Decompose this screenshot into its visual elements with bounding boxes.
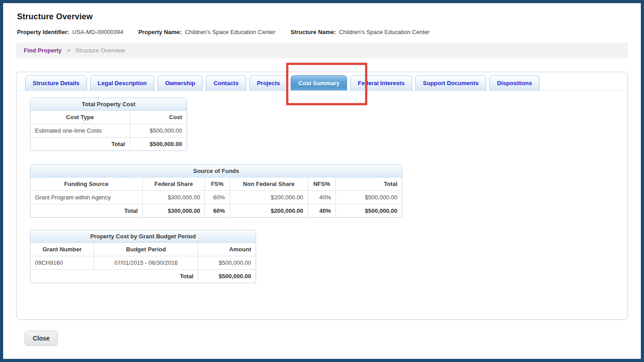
- table-total-row: Total $500,000.00: [30, 270, 256, 283]
- col-header-grant-number: Grant Number: [30, 243, 94, 256]
- col-header-nfs-percent: NFS%: [308, 177, 335, 191]
- col-header-cost-type: Cost Type: [30, 111, 130, 124]
- total-property-cost-table: Total Property Cost Cost Type Cost Estim…: [30, 98, 187, 151]
- col-header-non-federal-share: Non Federal Share: [230, 177, 308, 191]
- property-name-value: Children's Space Education Center: [185, 29, 275, 35]
- total-amount: $500,000.00: [198, 270, 256, 283]
- source-of-funds-table: Source of Funds Funding Source Federal S…: [30, 164, 402, 218]
- property-info-line: Property Identifier:USA-MD-00000394 Prop…: [17, 29, 627, 35]
- property-identifier: Property Identifier:USA-MD-00000394: [17, 29, 123, 35]
- property-identifier-label: Property Identifier:: [17, 29, 69, 35]
- breadcrumb: Find Property > Structure Overview: [16, 43, 628, 58]
- structure-name-label: Structure Name:: [291, 29, 336, 35]
- cell-cost: $500,000.00: [130, 124, 187, 138]
- table-row: 09CH9160 07/01/2015 - 06/30/2016 $500,00…: [30, 256, 256, 270]
- tab-panel: Structure Details Legal Description Owne…: [16, 72, 628, 320]
- tab-contacts[interactable]: Contacts: [206, 75, 246, 90]
- col-header-total: Total: [336, 177, 402, 191]
- app-window: Structure Overview Property Identifier:U…: [0, 0, 644, 362]
- cell-amount: $500,000.00: [198, 256, 256, 270]
- table-header-row: Grant Number Budget Period Amount: [30, 243, 256, 256]
- col-header-fs-percent: FS%: [205, 177, 230, 191]
- close-button[interactable]: Close: [25, 331, 58, 346]
- cell-federal-share: $300,000.00: [143, 191, 205, 204]
- property-cost-by-grant-budget-period-table: Property Cost by Grant Budget Period Gra…: [30, 230, 256, 283]
- page-title: Structure Overview: [17, 12, 628, 22]
- total-fs-percent: 60%: [205, 204, 230, 218]
- tab-legal-description[interactable]: Legal Description: [90, 75, 154, 90]
- total-cost-value: $500,000.00: [130, 138, 187, 151]
- tab-cost-summary-label: Cost Summary: [298, 80, 339, 86]
- total-total: $500,000.00: [336, 204, 402, 218]
- breadcrumb-current: Structure Overview: [75, 47, 125, 54]
- structure-name-value: Children's Space Education Center: [339, 29, 430, 35]
- property-cost-by-grant-budget-period-title: Property Cost by Grant Budget Period: [30, 230, 256, 243]
- tab-dispositions[interactable]: Dispositions: [489, 75, 540, 90]
- total-federal-share: $300,000.00: [143, 204, 205, 218]
- tab-structure-details[interactable]: Structure Details: [25, 75, 87, 90]
- col-header-budget-period: Budget Period: [94, 243, 198, 256]
- col-header-amount: Amount: [198, 243, 256, 256]
- breadcrumb-link-find-property[interactable]: Find Property: [24, 47, 62, 54]
- total-label: Total: [30, 270, 198, 283]
- cost-summary-content: Total Property Cost Cost Type Cost Estim…: [17, 91, 627, 283]
- table-total-row: Total $300,000.00 60% $200,000.00 40% $5…: [30, 204, 402, 218]
- cell-grant-number: 09CH9160: [30, 256, 94, 270]
- total-label: Total: [30, 138, 130, 151]
- table-row: Estimated one-time Costs $500,000.00: [30, 124, 187, 138]
- page-content: Structure Overview Property Identifier:U…: [3, 3, 641, 346]
- table-row: Grant Program within Agency $300,000.00 …: [30, 191, 402, 204]
- tab-federal-interests[interactable]: Federal Interests: [350, 75, 412, 90]
- cell-nfs-percent: 40%: [308, 191, 335, 204]
- col-header-federal-share: Federal Share: [143, 177, 205, 191]
- table-header-row: Funding Source Federal Share FS% Non Fed…: [30, 177, 402, 191]
- cell-total: $500,000.00: [336, 191, 402, 204]
- table-header-row: Cost Type Cost: [30, 111, 187, 124]
- property-identifier-value: USA-MD-00000394: [72, 29, 123, 35]
- breadcrumb-separator: >: [67, 47, 70, 54]
- cell-funding-source: Grant Program within Agency: [30, 191, 143, 204]
- cell-fs-percent: 60%: [205, 191, 230, 204]
- tab-support-documents[interactable]: Support Documents: [415, 75, 486, 90]
- property-name: Property Name:Children's Space Education…: [138, 29, 275, 35]
- cell-non-federal-share: $200,000.00: [230, 191, 308, 204]
- col-header-funding-source: Funding Source: [30, 177, 143, 191]
- tab-projects[interactable]: Projects: [249, 75, 287, 90]
- cell-budget-period: 07/01/2015 - 06/30/2016: [94, 256, 198, 270]
- tab-ownership[interactable]: Ownership: [157, 75, 203, 90]
- source-of-funds-title: Source of Funds: [30, 165, 402, 177]
- total-label: Total: [30, 204, 143, 218]
- total-property-cost-title: Total Property Cost: [30, 98, 187, 111]
- total-nfs-percent: 40%: [308, 204, 335, 218]
- col-header-cost: Cost: [130, 111, 187, 124]
- tab-strip: Structure Details Legal Description Owne…: [17, 72, 627, 91]
- structure-name: Structure Name:Children's Space Educatio…: [291, 29, 430, 35]
- property-name-label: Property Name:: [138, 29, 182, 35]
- tab-cost-summary[interactable]: Cost Summary: [291, 75, 347, 90]
- table-total-row: Total $500,000.00: [30, 138, 187, 151]
- total-non-federal-share: $200,000.00: [230, 204, 308, 218]
- cell-cost-type: Estimated one-time Costs: [30, 124, 130, 138]
